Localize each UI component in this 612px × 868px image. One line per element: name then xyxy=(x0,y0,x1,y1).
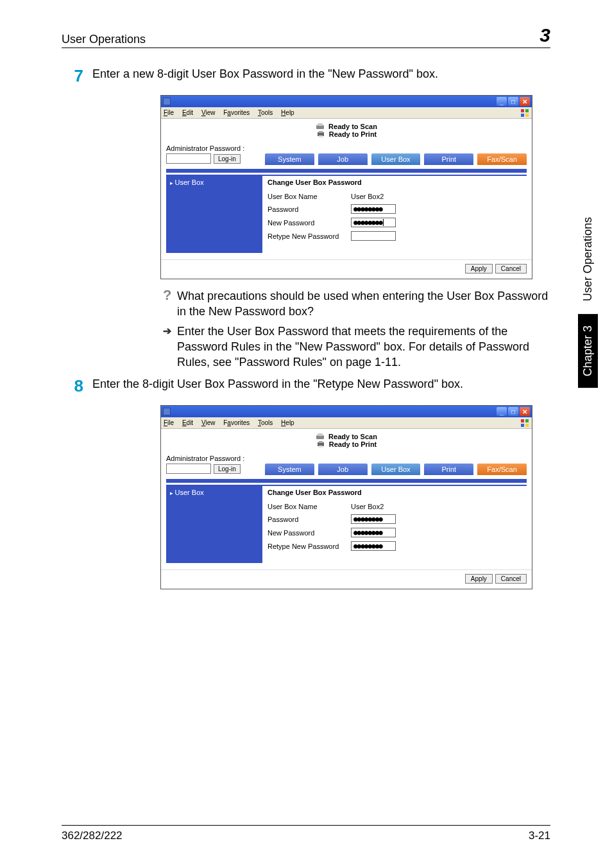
svg-rect-5 xyxy=(318,123,323,126)
label-retype-password: Retype New Password xyxy=(268,232,351,240)
screenshot-2: _ □ ✕ File Edit View Favorites Tools Hel… xyxy=(160,405,532,589)
close-button[interactable]: ✕ xyxy=(520,97,530,106)
menu-edit[interactable]: Edit xyxy=(182,109,193,116)
header-chapter-num: 3 xyxy=(540,24,550,46)
page-footer: 362/282/222 3-21 xyxy=(62,825,550,842)
scanner-icon xyxy=(316,433,325,440)
menu-view[interactable]: View xyxy=(201,419,216,426)
svg-rect-17 xyxy=(319,446,323,447)
retype-password-input[interactable]: ●●●●●●●● xyxy=(351,541,396,551)
tab-userbox[interactable]: User Box xyxy=(371,464,421,475)
menu-favorites[interactable]: Favorites xyxy=(223,419,250,426)
arrow-right-icon: ➔ xyxy=(163,324,177,370)
menu-tools[interactable]: Tools xyxy=(258,109,273,116)
window-title-bar: _ □ ✕ xyxy=(161,96,532,107)
svg-rect-11 xyxy=(521,424,524,427)
label-new-password: New Password xyxy=(268,529,351,537)
windows-flag-icon xyxy=(520,419,529,428)
label-retype-password: Retype New Password xyxy=(268,542,351,550)
screenshot-1: _ □ ✕ File Edit View Favorites Tools Hel… xyxy=(160,95,532,279)
apply-button[interactable]: Apply xyxy=(465,264,493,273)
status-scan: Ready to Scan xyxy=(328,433,377,440)
cancel-button[interactable]: Cancel xyxy=(495,574,527,584)
tab-system[interactable]: System xyxy=(265,153,314,165)
label-new-password: New Password xyxy=(268,219,351,227)
apply-button[interactable]: Apply xyxy=(465,574,493,584)
svg-rect-1 xyxy=(525,109,529,112)
login-button[interactable]: Log-in xyxy=(214,154,241,164)
header-title: User Operations xyxy=(62,33,146,46)
svg-rect-12 xyxy=(525,424,529,427)
label-password: Password xyxy=(268,205,351,213)
menu-bar: File Edit View Favorites Tools Help xyxy=(161,417,532,429)
cancel-button[interactable]: Cancel xyxy=(495,264,527,273)
qa-answer: Enter the User Box Password that meets t… xyxy=(177,324,550,370)
printer-icon xyxy=(316,130,325,138)
tab-print[interactable]: Print xyxy=(424,464,473,475)
tab-strip: System Job User Box Print Fax/Scan xyxy=(262,464,527,475)
step-text: Enter the 8-digit User Box Password in t… xyxy=(92,376,550,396)
tab-job[interactable]: Job xyxy=(318,464,368,475)
qa-block: ? What precautions should be used when e… xyxy=(163,288,550,320)
tab-job[interactable]: Job xyxy=(318,153,368,165)
svg-rect-16 xyxy=(319,441,323,443)
sidebar-item-userbox[interactable]: User Box xyxy=(170,489,259,496)
label-userbox-name: User Box Name xyxy=(268,193,351,200)
side-chapter-label: Chapter 3 xyxy=(578,314,598,388)
printer-icon xyxy=(316,440,325,448)
admin-password-label: Administrator Password : xyxy=(166,144,262,152)
answer-block: ➔ Enter the User Box Password that meets… xyxy=(163,324,550,370)
status-print: Ready to Print xyxy=(329,440,377,448)
svg-rect-14 xyxy=(318,433,323,436)
new-password-input[interactable]: ●●●●●●●● xyxy=(351,528,396,537)
svg-rect-9 xyxy=(521,419,524,422)
menu-edit[interactable]: Edit xyxy=(182,419,193,426)
tab-faxscan[interactable]: Fax/Scan xyxy=(477,464,527,475)
maximize-button[interactable]: □ xyxy=(508,407,518,416)
sidebar-item-userbox[interactable]: User Box xyxy=(170,178,259,186)
page-header: User Operations 3 xyxy=(62,24,550,48)
footer-model: 362/282/222 xyxy=(62,829,123,842)
app-icon xyxy=(163,408,171,415)
menu-view[interactable]: View xyxy=(201,109,216,116)
menu-help[interactable]: Help xyxy=(281,419,294,426)
menu-tools[interactable]: Tools xyxy=(258,419,273,426)
question-mark-icon: ? xyxy=(163,288,177,320)
app-icon xyxy=(163,98,171,105)
password-input[interactable]: ●●●●●●●● xyxy=(351,204,396,214)
step-7: 7 Enter a new 8-digit User Box Password … xyxy=(62,66,550,86)
tab-system[interactable]: System xyxy=(265,464,314,475)
tab-print[interactable]: Print xyxy=(424,153,473,165)
admin-password-input[interactable] xyxy=(166,464,211,474)
admin-password-input[interactable] xyxy=(166,153,211,164)
side-section-title: User Operations xyxy=(581,217,595,301)
label-userbox-name: User Box Name xyxy=(268,503,351,510)
step-number: 7 xyxy=(62,66,92,86)
menu-bar: File Edit View Favorites Tools Help xyxy=(161,107,532,119)
menu-help[interactable]: Help xyxy=(281,109,294,116)
password-input[interactable]: ●●●●●●●● xyxy=(351,514,396,524)
step-8: 8 Enter the 8-digit User Box Password in… xyxy=(62,376,550,396)
form-title: Change User Box Password xyxy=(268,178,522,186)
close-button[interactable]: ✕ xyxy=(520,407,530,416)
form-title: Change User Box Password xyxy=(268,489,522,496)
maximize-button[interactable]: □ xyxy=(508,97,518,106)
status-print: Ready to Print xyxy=(329,130,377,138)
step-text: Enter a new 8-digit User Box Password in… xyxy=(92,66,550,86)
menu-file[interactable]: File xyxy=(164,419,174,426)
window-title-bar: _ □ ✕ xyxy=(161,406,532,417)
minimize-button[interactable]: _ xyxy=(497,97,507,106)
scanner-icon xyxy=(316,123,325,130)
tab-faxscan[interactable]: Fax/Scan xyxy=(477,153,527,165)
qa-question: What precautions should be used when ent… xyxy=(177,288,550,320)
tab-userbox[interactable]: User Box xyxy=(371,153,421,165)
new-password-input[interactable]: ●●●●●●●● xyxy=(351,218,396,227)
svg-rect-8 xyxy=(319,135,323,137)
svg-rect-10 xyxy=(525,419,529,422)
login-button[interactable]: Log-in xyxy=(214,464,241,474)
minimize-button[interactable]: _ xyxy=(497,407,507,416)
retype-password-input[interactable] xyxy=(351,231,396,241)
menu-favorites[interactable]: Favorites xyxy=(223,109,250,116)
windows-flag-icon xyxy=(520,108,529,117)
menu-file[interactable]: File xyxy=(164,109,174,116)
